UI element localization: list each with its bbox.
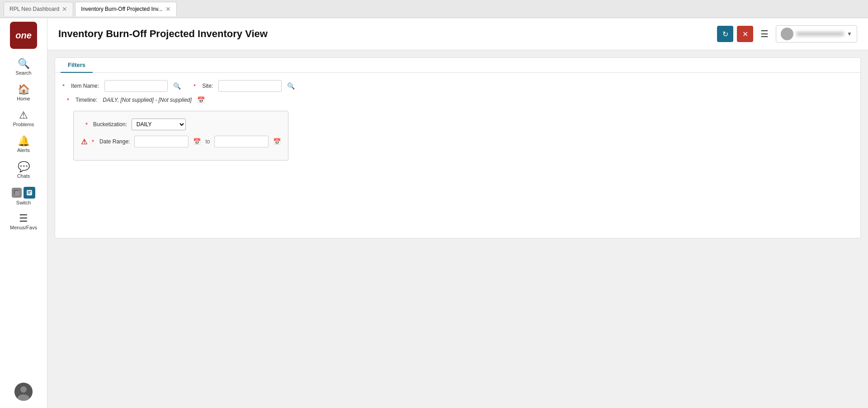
timeline-label: Timeline: [75,97,97,103]
sidebar-item-menus[interactable]: ☰ Menus/Favs [0,209,47,235]
main-layout: one 🔍 Search 🏠 Home ⚠ Problems 🔔 Alerts … [0,18,868,408]
sidebar-item-switch[interactable]: Switch [0,183,47,209]
timeline-required: * [67,97,69,104]
bucketization-select[interactable]: DAILY WEEKLY MONTHLY [132,119,186,130]
item-search-icon: 🔍 [173,82,181,90]
timeline-popup: * Bucketization: DAILY WEEKLY MONTHLY [73,111,288,161]
date-start-calendar-button[interactable]: 📅 [193,138,201,145]
timeline-value: DAILY, [Not supplied] - [Not supplied] [103,97,192,103]
header-actions: ↻ ✕ ☰ ▼ [717,25,857,43]
bucketization-required: * [85,121,88,128]
sidebar-item-problems[interactable]: ⚠ Problems [0,106,47,132]
tab-rpl-neo-close[interactable]: ✕ [62,6,67,12]
avatar[interactable] [14,383,33,401]
site-input[interactable] [218,80,282,92]
date-start-calendar-icon: 📅 [193,138,201,145]
date-range-row: ⚠ * Date Range: 📅 to 📅 [81,136,281,147]
sidebar-switch-label: Switch [16,200,31,205]
svg-rect-4 [28,193,30,194]
user-name [796,32,844,36]
bucketization-row: * Bucketization: DAILY WEEKLY MONTHLY [81,119,281,130]
tab-inventory-label: Inventory Burn-Off Projected Inv... [81,6,162,12]
home-icon: 🏠 [18,85,30,95]
date-end-calendar-icon: 📅 [273,138,281,145]
filter-tabs: Filters [55,58,860,73]
sidebar-menus-label: Menus/Favs [10,225,37,230]
main-content: Filters * Item Name: 🔍 * Site: [47,50,868,408]
dropdown-arrow-icon: ▼ [847,31,852,37]
site-search-button[interactable]: 🔍 [287,82,295,90]
sidebar-alerts-label: Alerts [17,147,30,153]
search-icon: 🔍 [18,59,30,69]
refresh-icon: ↻ [722,30,728,38]
tab-rpl-neo-label: RPL Neo Dashboard [9,6,59,12]
filter-tab-label: Filters [68,62,85,68]
sidebar-item-alerts[interactable]: 🔔 Alerts [0,132,47,157]
menu-button[interactable]: ☰ [757,27,772,41]
filter-tab-filters[interactable]: Filters [61,58,93,73]
timeline-calendar-icon[interactable]: 📅 [197,96,205,104]
menus-icon: ☰ [19,213,28,223]
page-title: Inventory Burn-Off Projected Inventory V… [58,28,268,40]
date-start-input[interactable] [134,136,189,147]
sidebar-problems-label: Problems [13,122,34,127]
date-range-required: * [92,138,94,145]
tab-inventory[interactable]: Inventory Burn-Off Projected Inv... ✕ [75,2,176,16]
item-name-label: Item Name: [71,83,99,89]
date-range-error-icon: ⚠ [81,138,87,146]
svg-rect-3 [28,191,31,192]
content-area: Inventory Burn-Off Projected Inventory V… [47,18,868,408]
site-search-icon: 🔍 [287,82,295,90]
switch-icon-front [24,187,35,199]
hamburger-icon: ☰ [760,29,769,39]
site-required: * [193,83,196,90]
item-name-required: * [62,83,65,90]
close-page-button[interactable]: ✕ [737,26,753,42]
date-end-calendar-button[interactable]: 📅 [273,138,281,145]
chat-icon: 💬 [18,162,30,172]
item-name-input[interactable] [104,80,168,92]
filter-row-item-site: * Item Name: 🔍 * Site: 🔍 [62,80,853,92]
tab-inventory-close[interactable]: ✕ [165,6,171,12]
logo-text: one [15,30,32,41]
sidebar-item-home[interactable]: 🏠 Home [0,80,47,106]
svg-point-6 [20,386,27,393]
switch-icon-back [12,188,22,198]
sidebar-search-label: Search [16,70,32,76]
item-name-search-button[interactable]: 🔍 [173,82,181,90]
user-dropdown[interactable]: ▼ [776,25,857,43]
app-logo[interactable]: one [10,22,37,49]
refresh-button[interactable]: ↻ [717,26,733,42]
sidebar: one 🔍 Search 🏠 Home ⚠ Problems 🔔 Alerts … [0,18,47,408]
svg-rect-1 [15,191,19,195]
filter-content: * Item Name: 🔍 * Site: 🔍 [55,73,860,168]
date-to-label: to [205,138,210,145]
sidebar-home-label: Home [17,96,30,101]
page-header: Inventory Burn-Off Projected Inventory V… [47,18,868,50]
warning-icon: ⚠ [19,110,28,120]
site-label: Site: [202,83,213,89]
date-end-input[interactable] [214,136,269,147]
sidebar-item-search[interactable]: 🔍 Search [0,54,47,80]
tab-bar: RPL Neo Dashboard ✕ Inventory Burn-Off P… [0,0,868,18]
switch-icons [12,187,35,199]
tab-rpl-neo[interactable]: RPL Neo Dashboard ✕ [4,2,73,16]
sidebar-chats-label: Chats [17,173,30,179]
date-range-label: Date Range: [99,138,130,145]
user-avatar [781,28,793,40]
sidebar-item-chats[interactable]: 💬 Chats [0,157,47,183]
filter-panel: Filters * Item Name: 🔍 * Site: [55,57,861,238]
bell-icon: 🔔 [18,136,30,146]
close-page-icon: ✕ [742,30,748,38]
filter-row-timeline: * Timeline: DAILY, [Not supplied] - [Not… [62,96,853,104]
bucketization-label: Bucketization: [93,121,127,128]
